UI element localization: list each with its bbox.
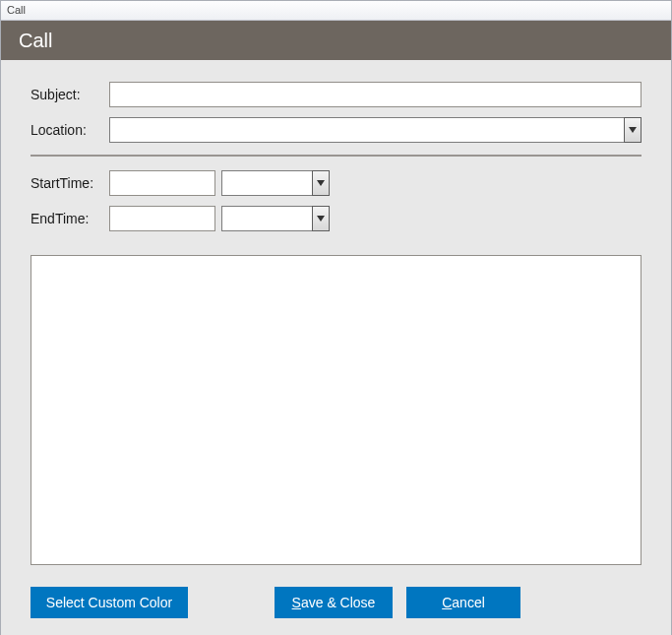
dialog-header: Call — [1, 21, 671, 60]
location-combo — [109, 117, 641, 143]
starttime-combo — [221, 170, 330, 196]
location-label: Location: — [31, 122, 109, 138]
save-and-close-button[interactable]: Save & Close — [275, 587, 393, 618]
dialog-title: Call — [19, 30, 52, 51]
chevron-down-icon — [629, 127, 637, 133]
subject-label: Subject: — [31, 87, 109, 102]
select-custom-color-button[interactable]: Select Custom Color — [31, 587, 188, 618]
button-row: Select Custom Color Save & Close Cancel — [31, 587, 641, 618]
startdate-input[interactable] — [109, 170, 215, 196]
starttime-label: StartTime: — [31, 175, 109, 191]
location-input[interactable] — [109, 117, 624, 143]
location-row: Location: — [31, 117, 641, 143]
dialog-window: Call Call Subject: Location: StartTime: — [0, 0, 672, 635]
subject-row: Subject: — [31, 82, 641, 107]
starttime-input[interactable] — [221, 170, 312, 196]
window-titlebar: Call — [1, 1, 671, 21]
endtime-input[interactable] — [221, 206, 312, 231]
dialog-content: Subject: Location: StartTime: — [1, 60, 671, 635]
endtime-combo — [221, 206, 330, 231]
spacer — [188, 587, 275, 618]
endtime-row: EndTime: — [31, 206, 641, 231]
subject-input[interactable] — [109, 82, 641, 107]
endtime-dropdown-button[interactable] — [312, 206, 330, 231]
window-title: Call — [7, 4, 26, 16]
starttime-dropdown-button[interactable] — [312, 170, 330, 196]
enddate-input[interactable] — [109, 206, 215, 231]
divider — [31, 155, 641, 157]
notes-textarea[interactable] — [31, 255, 641, 565]
cancel-button[interactable]: Cancel — [406, 587, 520, 618]
starttime-row: StartTime: — [31, 170, 641, 196]
chevron-down-icon — [317, 180, 325, 186]
location-dropdown-button[interactable] — [624, 117, 641, 143]
endtime-label: EndTime: — [31, 211, 109, 226]
chevron-down-icon — [317, 216, 325, 222]
